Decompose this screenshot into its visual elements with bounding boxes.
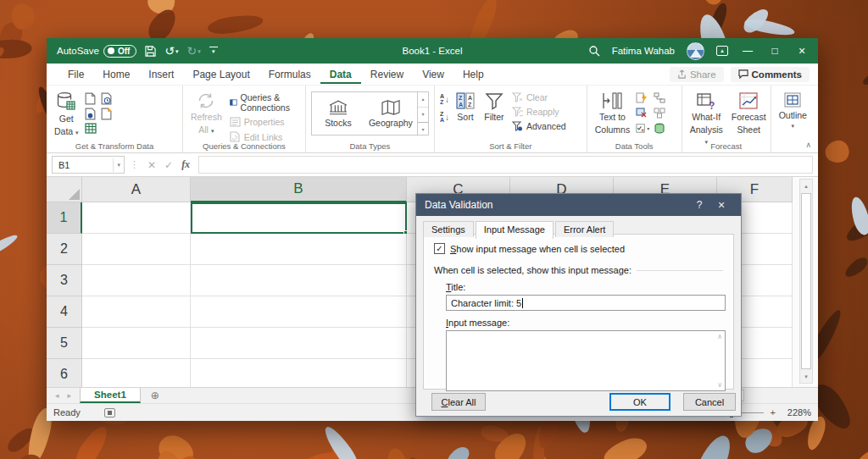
existing-connections-icon[interactable] [101,108,112,120]
remove-duplicates-icon[interactable] [636,108,648,119]
insert-function-button[interactable]: fx [181,158,190,171]
search-icon[interactable] [588,45,600,57]
share-button[interactable]: Share [670,67,724,82]
minimize-button[interactable]: — [740,45,755,57]
tab-page-layout[interactable]: Page Layout [183,65,259,84]
dialog-close-button[interactable]: × [710,198,732,212]
row-header-2[interactable]: 2 [47,234,82,265]
tab-file[interactable]: File [58,65,93,84]
avatar[interactable] [687,42,704,60]
advanced-filter-button[interactable]: Advanced [510,120,568,132]
formula-input[interactable] [198,156,813,174]
recent-sources-icon[interactable] [101,92,112,105]
outline-button[interactable]: Outline ▾ [776,90,810,132]
show-input-message-checkbox-row[interactable]: ✓ Show input message when cell is select… [434,243,723,254]
comments-button[interactable]: Comments [731,67,810,82]
sheet-nav-left-icon[interactable]: ◂ [55,391,59,400]
tab-help[interactable]: Help [453,65,493,84]
input-message-textarea[interactable]: ∧ ∨ [446,330,726,391]
consolidate-icon[interactable] [654,108,665,119]
formula-bar-resize-handle[interactable]: ⋮ [130,159,139,170]
scroll-down-icon[interactable]: ▾ [800,370,812,383]
filter-button[interactable]: Filter [481,90,507,124]
gallery-more-icon[interactable]: ▾ [418,122,428,137]
clear-all-button[interactable]: Clear All [431,393,486,411]
from-text-csv-icon[interactable] [85,92,96,105]
undo-button[interactable]: ↺▾ [164,45,178,57]
gallery-up-icon[interactable]: ▴ [418,92,428,107]
cancel-button[interactable]: Cancel [683,393,736,411]
enter-entry-button[interactable]: ✓ [164,159,173,171]
row-header-3[interactable]: 3 [47,265,82,296]
sort-ascending-button[interactable]: AZ↓ [440,94,449,105]
cell-B6[interactable] [191,359,407,387]
vertical-scrollbar[interactable]: ▴ ▾ [799,179,813,384]
vertical-scrollbar-thumb[interactable] [801,193,811,369]
cell-B5[interactable] [191,328,407,359]
tab-view[interactable]: View [413,65,453,84]
text-to-columns-button[interactable]: Text to Columns [593,90,632,137]
dialog-help-button[interactable]: ? [688,199,710,211]
cell-A6[interactable] [82,359,191,387]
collapse-ribbon-button[interactable]: ∧ [805,141,811,149]
tab-data[interactable]: Data [320,65,361,84]
row-header-5[interactable]: 5 [47,328,82,359]
select-all-corner[interactable] [47,177,82,202]
cell-A5[interactable] [82,328,191,359]
dialog-tab-settings[interactable]: Settings [423,221,474,237]
save-button[interactable] [145,46,156,57]
autosave-toggle[interactable]: AutoSave Off [57,45,136,58]
stocks-button[interactable]: Stocks [312,92,364,135]
zoom-level[interactable]: 228% [782,407,811,418]
from-table-range-icon[interactable] [85,123,97,134]
dialog-tab-error-alert[interactable]: Error Alert [555,221,615,237]
title-input[interactable]: Character limit: 5 [446,295,726,311]
tab-review[interactable]: Review [361,65,413,84]
column-header-A[interactable]: A [82,177,191,202]
forecast-sheet-button[interactable]: Forecast Sheet [729,90,769,137]
cell-A3[interactable] [82,265,191,296]
relationships-icon[interactable] [654,92,665,103]
new-sheet-button[interactable]: ⊕ [141,388,170,403]
undo-dropdown-icon[interactable]: ▾ [175,48,179,54]
cell-B2[interactable] [191,234,407,265]
gallery-down-icon[interactable]: ▾ [418,107,428,122]
tab-insert[interactable]: Insert [139,65,183,84]
cell-B1[interactable] [191,202,407,234]
row-header-6[interactable]: 6 [47,359,82,387]
sheet-tab-sheet1[interactable]: Sheet1 [80,388,141,403]
cell-A2[interactable] [82,234,191,265]
ribbon-display-options-button[interactable]: ▴ [716,46,728,56]
checkbox-checked-icon[interactable]: ✓ [434,243,445,254]
dialog-title-bar[interactable]: Data Validation ? × [416,194,741,216]
cell-A1[interactable] [82,202,191,234]
dialog-tab-input-message[interactable]: Input Message [476,221,554,239]
geography-button[interactable]: Geography [364,92,417,135]
textarea-scroll-down-icon[interactable]: ∨ [717,381,722,389]
sort-descending-button[interactable]: ZA↓ [440,112,449,123]
from-web-icon[interactable] [85,108,96,120]
row-header-1[interactable]: 1 [47,202,82,234]
macro-record-icon[interactable] [104,408,115,418]
manage-data-model-icon[interactable] [654,123,665,134]
tab-home[interactable]: Home [93,65,139,84]
zoom-in-button[interactable]: + [771,407,776,418]
name-box[interactable]: B1 ▾ [52,156,125,174]
cell-B3[interactable] [191,265,407,296]
close-button[interactable]: × [794,44,810,58]
cell-B4[interactable] [191,296,407,328]
name-box-dropdown-icon[interactable]: ▾ [113,158,124,172]
what-if-analysis-button[interactable]: ? What-If Analysis ▾ [687,90,726,148]
get-data-button[interactable]: Get Data ▾ [52,90,81,139]
row-header-4[interactable]: 4 [47,296,82,328]
sort-button[interactable]: ZAAZ Sort [453,90,478,124]
column-header-B[interactable]: B [191,177,407,202]
data-validation-button[interactable]: ▾ [636,123,649,134]
flash-fill-icon[interactable] [636,92,648,103]
queries-connections-button[interactable]: Queries & Connections [228,91,300,113]
tab-formulas[interactable]: Formulas [259,65,320,84]
user-name[interactable]: Fatima Wahab [612,46,675,56]
sheet-nav-right-icon[interactable]: ▸ [68,391,72,400]
cancel-entry-button[interactable]: ✕ [147,159,156,171]
maximize-button[interactable]: □ [767,45,782,57]
